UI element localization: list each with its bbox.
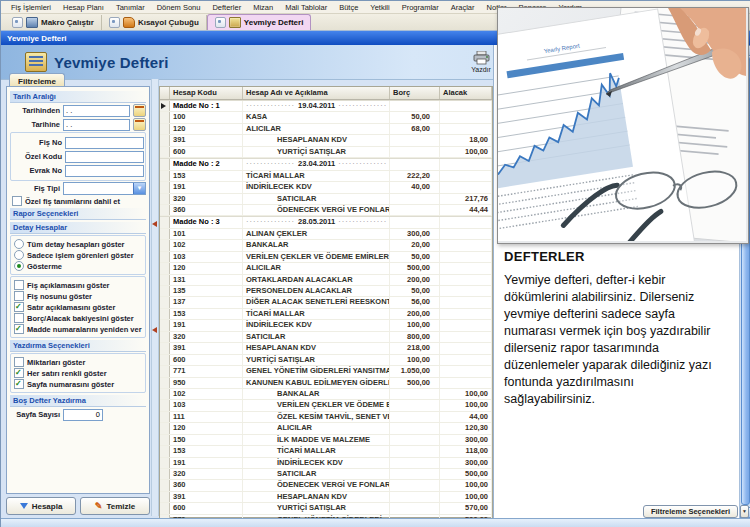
row-selector[interactable] — [160, 332, 170, 342]
menu-item[interactable]: Tanımlar — [110, 3, 151, 12]
row-selector[interactable] — [160, 343, 170, 353]
table-row[interactable]: 191 İNDİRİLECEK KDV 300,00 — [160, 458, 492, 469]
menu-item[interactable]: Araçlar — [445, 3, 481, 12]
row-selector[interactable] — [160, 182, 170, 192]
menu-item[interactable]: Mali Tablolar — [279, 3, 333, 12]
display-checkbox[interactable]: Satır açıklamasını göster — [14, 302, 144, 312]
text-input[interactable] — [65, 165, 144, 177]
table-row[interactable]: 191 İNDİRİLECEK KDV 100,00 — [160, 320, 492, 331]
table-row[interactable]: 102 BANKALAR 100,00 — [160, 389, 492, 400]
document-tab[interactable]: Makro Çalıştır — [5, 15, 102, 30]
table-row[interactable]: 111 ÖZEL KESİM TAHVİL, SENET VE BO 44,00 — [160, 412, 492, 423]
row-selector[interactable] — [160, 297, 170, 307]
table-row[interactable]: 600 YURTİÇİ SATIŞLAR 570,00 — [160, 503, 492, 514]
detail-radio[interactable]: Tüm detay hesapları göster — [14, 239, 144, 249]
row-selector[interactable] — [160, 503, 170, 513]
row-selector[interactable] — [160, 366, 170, 376]
row-selector[interactable] — [160, 286, 170, 296]
row-selector[interactable] — [160, 320, 170, 330]
menu-item[interactable]: Hesap Planı — [57, 3, 110, 12]
column-header-name[interactable]: Hesap Adı ve Açıklama — [243, 87, 390, 99]
menu-item[interactable]: Yetkili — [364, 3, 395, 12]
table-row[interactable]: 120 ALICILAR 500,00 — [160, 263, 492, 274]
table-row[interactable]: Madde No : 2 23.04.2011 — [160, 158, 492, 170]
table-row[interactable]: 153 TİCARİ MALLAR 200,00 — [160, 309, 492, 320]
row-selector[interactable] — [160, 469, 170, 479]
row-selector[interactable] — [160, 480, 170, 490]
detail-radio[interactable]: Sadece işlem görenleri göster — [14, 250, 144, 260]
table-row[interactable]: 391 HESAPLANAN KDV 218,00 — [160, 343, 492, 354]
calendar-icon[interactable] — [133, 104, 146, 117]
column-header-debit[interactable]: Borç — [390, 87, 440, 99]
table-row[interactable]: 950 KANUNEN KABUL EDİLMEYEN GİDERLER 500… — [160, 378, 492, 389]
row-selector[interactable] — [160, 389, 170, 399]
panel-splitter[interactable] — [151, 79, 159, 516]
table-row[interactable]: 191 İNDİRİLECEK KDV 40,00 — [160, 182, 492, 193]
table-row[interactable]: 153 TİCARİ MALLAR 222,20 — [160, 171, 492, 182]
chevron-down-icon[interactable]: ▼ — [133, 183, 145, 194]
row-selector[interactable] — [160, 101, 170, 111]
menu-item[interactable]: Mizan — [247, 3, 279, 12]
date-input[interactable]: . . — [63, 119, 130, 131]
menu-item[interactable]: Bütçe — [333, 3, 364, 12]
table-row[interactable]: Madde No : 1 19.04.2011 — [160, 100, 492, 112]
table-row[interactable]: 600 YURTİÇİ SATIŞLAR 100,00 — [160, 355, 492, 366]
table-row[interactable]: 320 SATICILAR 800,00 — [160, 332, 492, 343]
row-selector[interactable] — [160, 492, 170, 502]
table-row[interactable]: 391 HESAPLANAN KDV 100,00 — [160, 492, 492, 503]
table-row[interactable]: 150 İLK MADDE VE MALZEME 300,00 — [160, 435, 492, 446]
table-row[interactable]: 102 BANKALAR 20,00 — [160, 240, 492, 251]
row-selector[interactable] — [160, 355, 170, 365]
print-checkbox[interactable]: Miktarları göster — [14, 357, 144, 367]
text-input[interactable] — [65, 137, 144, 149]
row-selector[interactable] — [160, 124, 170, 134]
column-header-credit[interactable]: Alacak — [440, 87, 492, 99]
print-checkbox[interactable]: Sayfa numarasını göster — [14, 379, 144, 389]
row-selector[interactable] — [160, 252, 170, 262]
menu-item[interactable]: Defterler — [206, 3, 247, 12]
filter-options-button[interactable]: Filtreleme Seçenekleri — [643, 505, 738, 518]
document-tab[interactable]: Yevmiye Defteri — [207, 14, 312, 30]
row-selector[interactable] — [160, 400, 170, 410]
row-selector[interactable] — [160, 458, 170, 468]
table-row[interactable]: 100 KASA 50,00 — [160, 112, 492, 123]
tab-option-button[interactable] — [12, 17, 23, 28]
splitter-handle-icon[interactable] — [152, 221, 157, 227]
splitter-handle-icon[interactable] — [152, 327, 157, 333]
row-selector[interactable] — [160, 275, 170, 285]
table-row[interactable]: Madde No : 3 28.05.2011 — [160, 216, 492, 228]
row-selector[interactable] — [160, 159, 170, 169]
calculate-button[interactable]: Hesapla — [6, 497, 76, 515]
table-row[interactable]: 153 TİCARİ MALLAR 118,00 — [160, 446, 492, 457]
table-row[interactable]: 320 SATICILAR 217,76 — [160, 194, 492, 205]
row-selector[interactable] — [160, 263, 170, 273]
row-selector[interactable] — [160, 412, 170, 422]
clear-button[interactable]: ✎ Temizle — [80, 497, 150, 515]
calendar-icon[interactable] — [133, 118, 146, 131]
table-row[interactable]: 391 HESAPLANAN KDV 18,00 — [160, 135, 492, 146]
print-checkbox[interactable]: Her satırı renkli göster — [14, 368, 144, 378]
include-special-checkbox[interactable]: Özel fiş tanımlarını dahil et — [12, 196, 146, 206]
table-row[interactable]: 103 VERİLEN ÇEKLER VE ÖDEME EMİRLERİ H 5… — [160, 252, 492, 263]
document-tab[interactable]: Kısayol Çubuğu — [102, 15, 207, 30]
row-selector[interactable] — [160, 194, 170, 204]
date-input[interactable]: . . — [63, 105, 130, 117]
type-select[interactable]: ▼ — [63, 182, 146, 195]
table-row[interactable]: 103 VERİLEN ÇEKLER VE ÖDEME EMİRİ 100,00 — [160, 400, 492, 411]
detail-radio[interactable]: Gösterme — [14, 261, 144, 271]
row-selector[interactable] — [160, 217, 170, 227]
row-selector[interactable] — [160, 378, 170, 388]
row-selector[interactable] — [160, 435, 170, 445]
menu-item[interactable]: Programlar — [396, 3, 445, 12]
row-selector[interactable] — [160, 240, 170, 250]
table-row[interactable]: 600 YURTİÇİ SATIŞLAR 100,00 — [160, 147, 492, 158]
row-selector[interactable] — [160, 171, 170, 181]
table-row[interactable]: 360 ÖDENECEK VERGİ VE FONLAR 44,44 — [160, 205, 492, 216]
table-row[interactable]: 135 PERSONELDEN ALACAKLAR 50,00 — [160, 286, 492, 297]
tab-option-button[interactable] — [215, 17, 226, 28]
filter-options-dropdown[interactable]: ▼ — [740, 505, 749, 518]
display-checkbox[interactable]: Fiş açıklamasını göster — [14, 280, 144, 290]
display-checkbox[interactable]: Borç/Alacak bakiyesini göster — [14, 313, 144, 323]
row-selector[interactable] — [160, 112, 170, 122]
display-checkbox[interactable]: Madde numaralarını yeniden ver — [14, 324, 144, 334]
